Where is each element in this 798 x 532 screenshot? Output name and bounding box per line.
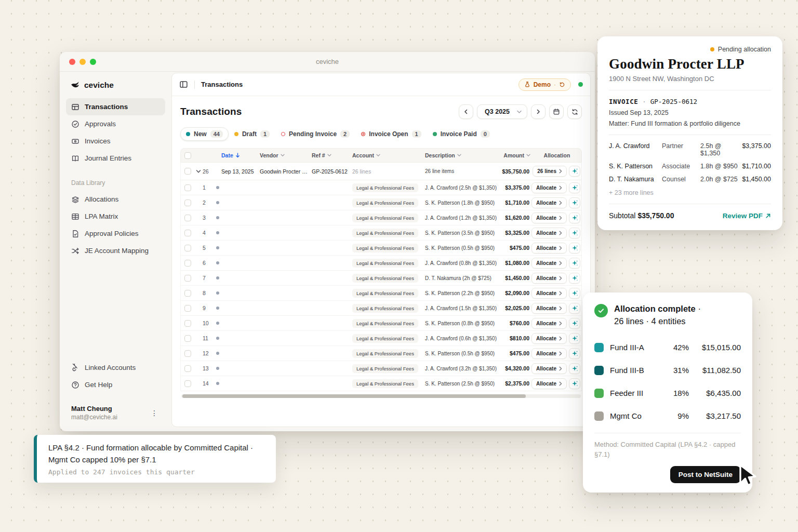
column-header-date[interactable]: Date bbox=[221, 152, 260, 158]
ai-sparkle-icon[interactable] bbox=[569, 228, 580, 238]
ai-sparkle-icon[interactable] bbox=[569, 333, 580, 344]
status-filter-chip[interactable]: New 44 bbox=[180, 127, 229, 141]
row-checkbox[interactable] bbox=[184, 350, 191, 357]
ai-sparkle-icon[interactable] bbox=[569, 318, 580, 329]
table-row[interactable]: 8 Legal & Professional Fees S. K. Patter… bbox=[181, 286, 581, 301]
sidebar-item-je-account-mapping[interactable]: JE Account Mapping bbox=[66, 242, 165, 259]
ai-sparkle-icon[interactable] bbox=[569, 258, 580, 269]
allocate-button[interactable]: Allocate bbox=[531, 212, 567, 223]
expand-chevron-icon[interactable] bbox=[194, 169, 203, 174]
allocate-button[interactable]: Allocate bbox=[531, 258, 567, 269]
table-row[interactable]: 14 Legal & Professional Fees S. K. Patte… bbox=[181, 376, 581, 391]
allocate-button[interactable]: Allocate bbox=[531, 363, 567, 374]
allocate-button[interactable]: Allocate bbox=[531, 348, 567, 359]
sidebar-item-allocations[interactable]: Allocations bbox=[66, 191, 165, 208]
sidebar-item-journal-entries[interactable]: Journal Entries bbox=[66, 150, 165, 167]
allocate-button[interactable]: Allocate bbox=[531, 243, 567, 254]
ai-sparkle-icon[interactable] bbox=[569, 348, 580, 359]
column-header-description[interactable]: Description bbox=[425, 152, 489, 158]
table-row[interactable]: 11 Legal & Professional Fees J. A. Crawf… bbox=[181, 331, 581, 346]
allocate-button[interactable]: Allocate bbox=[531, 228, 567, 238]
ai-sparkle-icon[interactable] bbox=[569, 182, 580, 193]
row-checkbox[interactable] bbox=[184, 365, 191, 372]
table-row[interactable]: 5 Legal & Professional Fees S. K. Patter… bbox=[181, 241, 581, 256]
table-row[interactable]: 10 Legal & Professional Fees S. K. Patte… bbox=[181, 316, 581, 331]
transaction-parent-row[interactable]: 26 Sep 13, 2025 Goodwin Procter L... GP-… bbox=[181, 163, 581, 180]
allocate-button[interactable]: Allocate bbox=[531, 288, 567, 299]
status-filter-chip[interactable]: Invoice Paid 0 bbox=[427, 127, 496, 141]
more-lines-label: + 23 more lines bbox=[609, 189, 771, 196]
allocate-button[interactable]: Allocate bbox=[531, 182, 567, 193]
table-row[interactable]: 2 Legal & Professional Fees S. K. Patter… bbox=[181, 195, 581, 210]
row-checkbox[interactable] bbox=[184, 290, 191, 297]
row-checkbox[interactable] bbox=[184, 335, 191, 342]
allocate-button[interactable]: Allocate bbox=[531, 303, 567, 314]
row-checkbox[interactable] bbox=[184, 230, 191, 236]
column-header-ref[interactable]: Ref # bbox=[312, 152, 352, 158]
table-row[interactable]: 9 Legal & Professional Fees J. A. Crawfo… bbox=[181, 301, 581, 316]
row-checkbox[interactable] bbox=[184, 305, 191, 312]
status-filter-chip[interactable]: Invoice Open 1 bbox=[355, 127, 427, 141]
prev-period-button[interactable] bbox=[459, 104, 473, 119]
allocate-button[interactable]: Allocate bbox=[531, 378, 567, 389]
row-checkbox[interactable] bbox=[184, 260, 191, 267]
post-to-netsuite-button[interactable]: Post to NetSuite bbox=[670, 466, 741, 483]
allocate-button[interactable]: Allocate bbox=[531, 273, 567, 284]
ai-sparkle-icon[interactable] bbox=[569, 166, 580, 177]
column-header-vendor[interactable]: Vendor bbox=[260, 152, 312, 158]
sidebar-item-approvals[interactable]: Approvals bbox=[66, 115, 165, 132]
table-row[interactable]: 1 Legal & Professional Fees J. A. Crawfo… bbox=[181, 180, 581, 195]
row-checkbox[interactable] bbox=[184, 200, 191, 206]
column-header-account[interactable]: Account bbox=[352, 152, 425, 158]
ai-sparkle-icon[interactable] bbox=[569, 363, 580, 374]
demo-mode-badge[interactable]: Demo · bbox=[518, 78, 571, 91]
allocate-button[interactable]: Allocate bbox=[531, 333, 567, 344]
table-row[interactable]: 6 Legal & Professional Fees J. A. Crawfo… bbox=[181, 256, 581, 271]
cell-description: S. K. Patterson (0.5h @ $950) bbox=[425, 351, 489, 356]
status-filter-chip[interactable]: Pending Invoice 2 bbox=[275, 127, 355, 141]
row-checkbox[interactable] bbox=[184, 380, 191, 387]
allocate-button[interactable]: Allocate bbox=[531, 197, 567, 208]
row-checkbox[interactable] bbox=[184, 215, 191, 221]
table-row[interactable]: 3 Legal & Professional Fees J. A. Crawfo… bbox=[181, 210, 581, 225]
panel-toggle-icon[interactable] bbox=[179, 80, 188, 89]
ai-sparkle-icon[interactable] bbox=[569, 273, 580, 284]
ai-sparkle-icon[interactable] bbox=[569, 212, 580, 223]
ai-sparkle-icon[interactable] bbox=[569, 378, 580, 389]
row-checkbox[interactable] bbox=[184, 245, 191, 251]
scrollbar-thumb[interactable] bbox=[182, 394, 526, 398]
calendar-button[interactable] bbox=[549, 104, 564, 119]
allocation-lines-button[interactable]: 26 lines bbox=[533, 166, 567, 177]
column-header-amount[interactable]: Amount bbox=[489, 152, 533, 158]
ai-sparkle-icon[interactable] bbox=[569, 288, 580, 299]
reset-demo-icon[interactable] bbox=[559, 82, 565, 88]
row-checkbox[interactable] bbox=[184, 275, 191, 282]
allocate-button[interactable]: Allocate bbox=[531, 318, 567, 329]
row-checkbox[interactable] bbox=[184, 168, 191, 175]
refresh-button[interactable] bbox=[567, 104, 582, 119]
select-all-checkbox[interactable] bbox=[184, 152, 191, 159]
user-menu-kebab-icon[interactable]: ⋮ bbox=[149, 408, 160, 418]
ai-sparkle-icon[interactable] bbox=[569, 243, 580, 254]
table-row[interactable]: 13 Legal & Professional Fees J. A. Crawf… bbox=[181, 361, 581, 376]
sidebar-item-get-help[interactable]: Get Help bbox=[66, 376, 165, 393]
table-row[interactable]: 12 Legal & Professional Fees S. K. Patte… bbox=[181, 346, 581, 361]
table-row[interactable]: 4 Legal & Professional Fees S. K. Patter… bbox=[181, 225, 581, 241]
table-row[interactable]: 7 Legal & Professional Fees D. T. Nakamu… bbox=[181, 271, 581, 286]
sidebar-item-approval-policies[interactable]: Approval Policies bbox=[66, 225, 165, 242]
row-checkbox[interactable] bbox=[184, 184, 191, 191]
period-select[interactable]: Q3 2025 bbox=[477, 104, 527, 119]
review-pdf-link[interactable]: Review PDF bbox=[723, 212, 771, 220]
user-block[interactable]: Matt Cheung matt@ceviche.ai ⋮ bbox=[66, 402, 165, 424]
row-checkbox[interactable] bbox=[184, 320, 191, 327]
sidebar-item-transactions[interactable]: Transactions bbox=[66, 98, 165, 115]
sidebar-item-linked-accounts[interactable]: Linked Accounts bbox=[66, 359, 165, 376]
sidebar-item-invoices[interactable]: Invoices bbox=[66, 132, 165, 150]
ai-sparkle-icon[interactable] bbox=[569, 303, 580, 314]
next-period-button[interactable] bbox=[531, 104, 546, 119]
status-filter-chip[interactable]: Draft 1 bbox=[229, 127, 275, 141]
cell-amount: $475.00 bbox=[489, 350, 533, 356]
cell-date: Sep 13, 2025 bbox=[221, 168, 260, 175]
ai-sparkle-icon[interactable] bbox=[569, 197, 580, 208]
sidebar-item-lpa-matrix[interactable]: LPA Matrix bbox=[66, 208, 165, 225]
